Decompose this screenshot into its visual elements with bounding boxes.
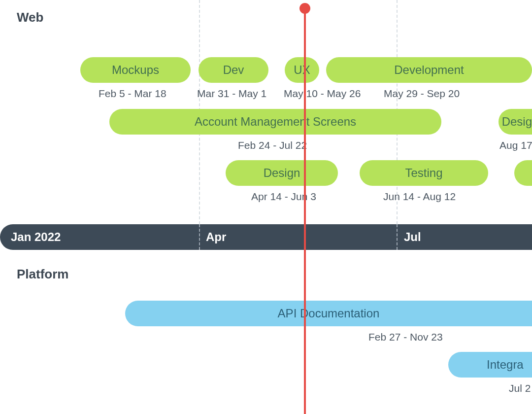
task-dates: Jun 14 - Aug 12 bbox=[383, 191, 456, 203]
task-dates: Aug 17 bbox=[499, 139, 532, 151]
task-bar-testing[interactable]: Testing bbox=[360, 160, 488, 186]
task-dates: May 29 - Sep 20 bbox=[384, 88, 460, 100]
axis-separator bbox=[397, 224, 398, 250]
task-dates: Mar 31 - May 1 bbox=[197, 88, 266, 100]
axis-background bbox=[0, 224, 532, 250]
timeline-axis[interactable]: Jan 2022 Apr Jul bbox=[0, 224, 532, 250]
task-bar-account-mgmt[interactable]: Account Management Screens bbox=[109, 109, 441, 135]
axis-separator bbox=[199, 224, 200, 250]
task-bar-ux[interactable]: UX bbox=[285, 57, 319, 83]
task-bar-dev[interactable]: Dev bbox=[199, 57, 268, 83]
task-dates: Jul 2 bbox=[509, 382, 531, 394]
section-label-web: Web bbox=[17, 10, 43, 25]
task-label: Design bbox=[264, 166, 300, 180]
task-dates: May 10 - May 26 bbox=[284, 88, 361, 100]
task-label: Mockups bbox=[112, 63, 159, 77]
section-label-platform: Platform bbox=[17, 267, 68, 282]
task-label: UX bbox=[294, 63, 310, 77]
task-bar-partial[interactable] bbox=[514, 160, 532, 186]
task-bar-development[interactable]: Development bbox=[326, 57, 532, 83]
task-bar-design[interactable]: Design bbox=[226, 160, 338, 186]
task-dates: Apr 14 - Jun 3 bbox=[251, 191, 316, 203]
task-label: Testing bbox=[405, 166, 442, 180]
axis-tick-jul: Jul bbox=[404, 230, 421, 244]
current-time-handle-icon[interactable] bbox=[299, 3, 310, 14]
timeline-canvas: Web Mockups Feb 5 - Mar 18 Dev Mar 31 - … bbox=[0, 0, 532, 414]
task-label: Integra bbox=[487, 358, 524, 372]
current-time-indicator[interactable] bbox=[304, 6, 306, 414]
task-dates: Feb 5 - Mar 18 bbox=[99, 88, 166, 100]
task-label: Dev bbox=[223, 63, 244, 77]
task-label: Design bbox=[499, 115, 532, 129]
task-label: Development bbox=[394, 63, 464, 77]
task-label: Account Management Screens bbox=[195, 115, 356, 129]
task-dates: Feb 27 - Nov 23 bbox=[368, 331, 443, 343]
task-dates: Feb 24 - Jul 22 bbox=[238, 139, 307, 151]
task-bar-mockups[interactable]: Mockups bbox=[80, 57, 191, 83]
task-label: API Documentation bbox=[278, 307, 380, 320]
task-bar-design-2[interactable]: Design bbox=[499, 109, 532, 135]
task-bar-integra[interactable]: Integra bbox=[448, 352, 532, 378]
task-bar-api-docs[interactable]: API Documentation bbox=[125, 301, 532, 326]
axis-tick-jan: Jan 2022 bbox=[11, 230, 61, 244]
axis-tick-apr: Apr bbox=[206, 230, 226, 244]
